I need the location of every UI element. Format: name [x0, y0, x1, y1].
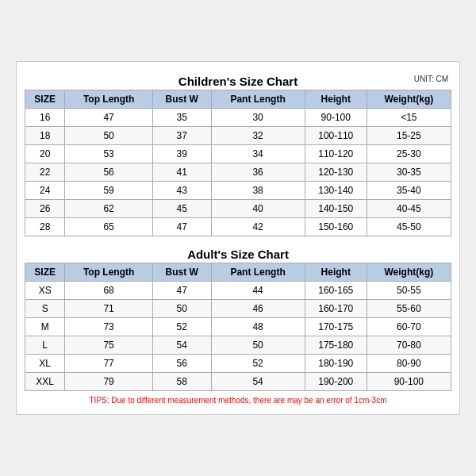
- table-cell: 110-120: [305, 145, 367, 163]
- table-cell: S: [25, 300, 65, 318]
- table-cell: 75: [65, 336, 152, 355]
- table-cell: 34: [211, 145, 305, 163]
- adults-table: SIZE Top Length Bust W Pant Length Heigh…: [25, 263, 451, 391]
- table-cell: <15: [367, 109, 451, 127]
- adults-col-top-length: Top Length: [65, 263, 152, 282]
- table-cell: 43: [152, 182, 211, 200]
- table-cell: 15-25: [367, 127, 451, 145]
- adults-col-size: SIZE: [25, 263, 65, 282]
- children-table: SIZE Top Length Bust W Pant Length Heigh…: [25, 90, 451, 236]
- table-cell: M: [25, 318, 65, 336]
- table-cell: 48: [211, 318, 305, 336]
- table-cell: 58: [152, 373, 211, 391]
- table-cell: 50: [211, 336, 305, 355]
- table-cell: 71: [65, 300, 152, 318]
- table-cell: 37: [152, 127, 211, 145]
- table-cell: 16: [25, 109, 65, 127]
- table-cell: 24: [25, 182, 65, 200]
- table-cell: 56: [65, 163, 152, 182]
- table-cell: 30-35: [367, 163, 451, 182]
- children-unit-label: UNIT: CM: [414, 75, 448, 83]
- table-cell: 36: [211, 163, 305, 182]
- table-cell: 100-110: [305, 127, 367, 145]
- table-cell: XS: [25, 282, 65, 300]
- table-cell: XXL: [25, 373, 65, 391]
- table-row: 20533934110-12025-30: [25, 145, 451, 163]
- children-title-text: Children's Size Chart: [178, 75, 298, 88]
- table-cell: 44: [211, 282, 305, 300]
- table-cell: 190-200: [305, 373, 367, 391]
- table-cell: 130-140: [305, 182, 367, 200]
- table-cell: 38: [211, 182, 305, 200]
- table-cell: 160-165: [305, 282, 367, 300]
- table-cell: 40-45: [367, 200, 451, 218]
- table-cell: 42: [211, 218, 305, 236]
- adults-col-pant-length: Pant Length: [211, 263, 305, 282]
- table-cell: 54: [152, 336, 211, 355]
- table-cell: 22: [25, 163, 65, 182]
- table-cell: 20: [25, 145, 65, 163]
- children-col-height: Height: [305, 90, 367, 109]
- children-col-top-length: Top Length: [65, 90, 152, 109]
- table-row: 22564136120-13030-35: [25, 163, 451, 182]
- adults-col-height: Height: [305, 263, 367, 282]
- table-row: XL775652180-19080-90: [25, 355, 451, 373]
- table-cell: L: [25, 336, 65, 355]
- table-cell: 68: [65, 282, 152, 300]
- table-row: 24594338130-14035-40: [25, 182, 451, 200]
- table-cell: 59: [65, 182, 152, 200]
- table-cell: 26: [25, 200, 65, 218]
- table-cell: 45-50: [367, 218, 451, 236]
- table-row: M735248170-17560-70: [25, 318, 451, 336]
- table-cell: 77: [65, 355, 152, 373]
- table-cell: 47: [152, 282, 211, 300]
- table-row: XS684744160-16550-55: [25, 282, 451, 300]
- table-cell: 35: [152, 109, 211, 127]
- adults-header-row: SIZE Top Length Bust W Pant Length Heigh…: [25, 263, 451, 282]
- table-cell: 35-40: [367, 182, 451, 200]
- table-cell: 47: [65, 109, 152, 127]
- table-cell: 62: [65, 200, 152, 218]
- table-cell: 41: [152, 163, 211, 182]
- table-cell: 150-160: [305, 218, 367, 236]
- table-cell: 52: [211, 355, 305, 373]
- children-header-row: SIZE Top Length Bust W Pant Length Heigh…: [25, 90, 451, 109]
- table-row: XXL795854190-20090-100: [25, 373, 451, 391]
- adults-title-text: Adult's Size Chart: [187, 248, 289, 261]
- table-row: 18503732100-11015-25: [25, 127, 451, 145]
- table-cell: 160-170: [305, 300, 367, 318]
- table-cell: XL: [25, 355, 65, 373]
- children-col-size: SIZE: [25, 90, 65, 109]
- table-cell: 55-60: [367, 300, 451, 318]
- table-cell: 30: [211, 109, 305, 127]
- chart-container: Children's Size Chart UNIT: CM SIZE Top …: [16, 61, 460, 415]
- table-cell: 73: [65, 318, 152, 336]
- table-cell: 140-150: [305, 200, 367, 218]
- children-title: Children's Size Chart UNIT: CM: [25, 70, 451, 90]
- adults-col-weight: Weight(kg): [367, 263, 451, 282]
- children-col-pant-length: Pant Length: [211, 90, 305, 109]
- table-cell: 120-130: [305, 163, 367, 182]
- table-cell: 53: [65, 145, 152, 163]
- table-cell: 65: [65, 218, 152, 236]
- table-cell: 50: [152, 300, 211, 318]
- children-col-weight: Weight(kg): [367, 90, 451, 109]
- adults-col-bust-w: Bust W: [152, 263, 211, 282]
- table-cell: 32: [211, 127, 305, 145]
- table-cell: 54: [211, 373, 305, 391]
- table-cell: 47: [152, 218, 211, 236]
- adults-title: Adult's Size Chart: [25, 243, 451, 263]
- table-row: 26624540140-15040-45: [25, 200, 451, 218]
- table-cell: 90-100: [305, 109, 367, 127]
- table-row: L755450175-18070-80: [25, 336, 451, 355]
- table-cell: 40: [211, 200, 305, 218]
- table-cell: 70-80: [367, 336, 451, 355]
- table-row: S715046160-17055-60: [25, 300, 451, 318]
- table-cell: 90-100: [367, 373, 451, 391]
- table-cell: 180-190: [305, 355, 367, 373]
- table-cell: 56: [152, 355, 211, 373]
- table-cell: 80-90: [367, 355, 451, 373]
- table-cell: 60-70: [367, 318, 451, 336]
- tips-text: TIPS: Due to different measurement metho…: [25, 391, 451, 406]
- table-cell: 79: [65, 373, 152, 391]
